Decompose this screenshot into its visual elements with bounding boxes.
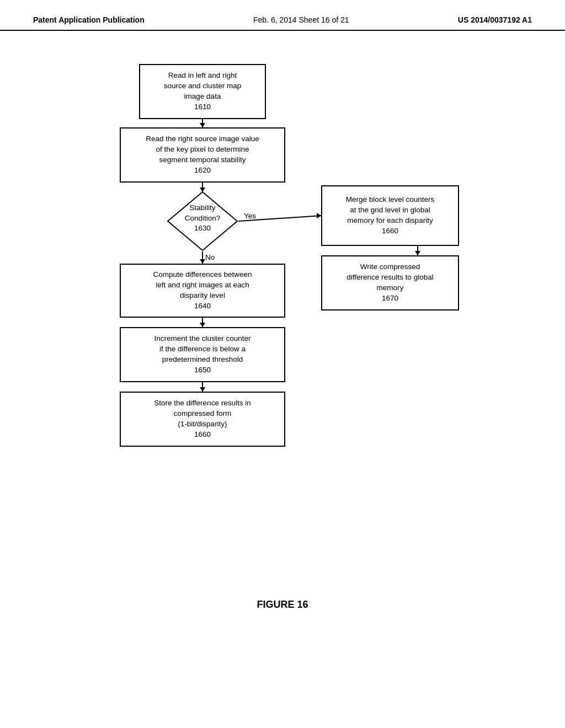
diamond-1630: Stability Condition? 1630 — [167, 191, 238, 246]
diamond-1630-text: Stability Condition? 1630 — [185, 203, 221, 234]
box-1660-left-label: Store the difference results in compress… — [154, 398, 250, 440]
svg-marker-5 — [200, 259, 205, 264]
box-1610: Read in left and right source and cluste… — [139, 64, 266, 119]
box-1640: Compute differences between left and rig… — [120, 264, 285, 318]
no-label: No — [205, 253, 215, 261]
box-1660-left: Store the difference results in compress… — [120, 392, 285, 447]
header-center: Feb. 6, 2014 Sheet 16 of 21 — [253, 15, 349, 24]
svg-marker-11 — [317, 213, 321, 218]
box-1620: Read the right source image value of the… — [120, 127, 285, 183]
box-1670: Write compressed difference results to g… — [321, 255, 459, 311]
content: Read in left and right source and cluste… — [0, 31, 565, 611]
box-1650-label: Increment the cluster counter if the dif… — [154, 334, 251, 376]
figure-caption: FIGURE 16 — [257, 599, 308, 611]
box-1640-label: Compute differences between left and rig… — [153, 270, 252, 312]
header-right: US 2014/0037192 A1 — [458, 15, 532, 24]
svg-marker-1 — [200, 123, 205, 127]
yes-label: Yes — [244, 212, 256, 220]
header-left: Patent Application Publication — [33, 15, 145, 24]
box-1660-right: Merge block level counters at the grid l… — [321, 185, 459, 246]
box-1620-label: Read the right source image value of the… — [146, 134, 259, 176]
flowchart: Read in left and right source and cluste… — [67, 64, 498, 588]
page: Patent Application Publication Feb. 6, 2… — [0, 0, 565, 728]
box-1670-label: Write compressed difference results to g… — [347, 262, 433, 304]
svg-marker-7 — [200, 323, 205, 327]
box-1650: Increment the cluster counter if the dif… — [120, 327, 285, 382]
box-1610-label: Read in left and right source and cluste… — [164, 71, 241, 113]
header: Patent Application Publication Feb. 6, 2… — [0, 0, 565, 31]
svg-marker-13 — [415, 251, 420, 255]
svg-marker-9 — [200, 387, 205, 392]
box-1660-right-label: Merge block level counters at the grid l… — [346, 195, 435, 237]
